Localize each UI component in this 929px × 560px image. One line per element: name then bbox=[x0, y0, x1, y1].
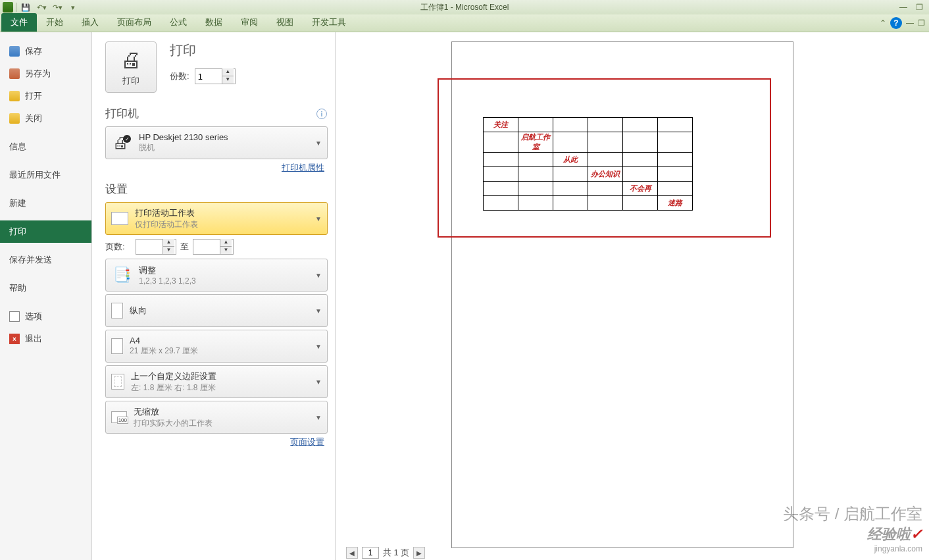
margins-dropdown[interactable]: 上一个自定义边距设置 左: 1.8 厘米 右: 1.8 厘米 ▼ bbox=[105, 365, 328, 398]
orientation-dropdown[interactable]: 纵向 ▼ bbox=[105, 294, 328, 327]
tab-data[interactable]: 数据 bbox=[196, 13, 232, 32]
print-preview: 关注 启航工作室 从此 办公知识 不会再 迷路 ◀ 共 1 页 ▶ 头条号 / … bbox=[336, 32, 929, 560]
settings-section-title: 设置 bbox=[105, 182, 327, 197]
nav-close-label: 关闭 bbox=[25, 113, 42, 124]
tab-view[interactable]: 视图 bbox=[267, 13, 303, 32]
copies-spinner[interactable]: ▲▼ bbox=[195, 68, 236, 84]
nav-savesend-label: 保存并发送 bbox=[9, 254, 52, 266]
next-page-button[interactable]: ▶ bbox=[413, 547, 425, 559]
close-icon bbox=[9, 113, 20, 124]
scale-sub: 打印实际大小的工作表 bbox=[134, 418, 309, 429]
help-icon[interactable]: ? bbox=[890, 17, 902, 29]
open-icon bbox=[9, 91, 20, 101]
prev-page-button[interactable]: ◀ bbox=[346, 547, 358, 559]
tab-developer[interactable]: 开发工具 bbox=[303, 13, 355, 32]
pages-to[interactable]: ▲▼ bbox=[193, 239, 234, 255]
watermark: 头条号 / 启航工作室 经验啦✓ jingyanla.com bbox=[783, 503, 922, 553]
copies-down[interactable]: ▼ bbox=[222, 76, 234, 84]
collate-dropdown[interactable]: 调整 1,2,3 1,2,3 1,2,3 ▼ bbox=[105, 259, 328, 292]
nav-help-label: 帮助 bbox=[9, 282, 26, 294]
cell: 办公知识 bbox=[588, 167, 623, 182]
watermark-line1: 头条号 / 启航工作室 bbox=[783, 503, 922, 524]
quick-access-toolbar: 💾 ↶▾ ↷▾ ▾ bbox=[0, 1, 80, 13]
paper-sub: 21 厘米 x 29.7 厘米 bbox=[130, 345, 309, 357]
window-controls: — ❐ bbox=[896, 2, 926, 13]
nav-new-label: 新建 bbox=[9, 197, 26, 209]
watermark-line2: 经验啦✓ bbox=[783, 524, 922, 544]
print-settings-panel: 🖨 打印 打印 份数: ▲▼ 打印机 i ✓ HP Deskjet bbox=[92, 32, 336, 560]
ribbon-minimize-icon[interactable]: ⌃ bbox=[880, 18, 886, 28]
current-page-input[interactable] bbox=[362, 547, 379, 559]
page-total: 共 1 页 bbox=[383, 547, 409, 559]
status-check-icon: ✓ bbox=[123, 135, 131, 143]
redo-icon[interactable]: ↷▾ bbox=[51, 1, 64, 13]
window-title: 工作簿1 - Microsoft Excel bbox=[420, 2, 509, 13]
tab-insert[interactable]: 插入 bbox=[72, 13, 108, 32]
options-icon bbox=[9, 311, 20, 322]
save-as-icon bbox=[9, 68, 20, 79]
chevron-down-icon: ▼ bbox=[315, 414, 322, 421]
collate-sub: 1,2,3 1,2,3 1,2,3 bbox=[139, 276, 309, 286]
scaling-dropdown[interactable]: 无缩放 打印实际大小的工作表 ▼ bbox=[105, 401, 328, 434]
nav-exit-label: 退出 bbox=[25, 333, 42, 345]
copies-input[interactable] bbox=[195, 72, 222, 82]
pages-to-label: 至 bbox=[180, 241, 189, 253]
nav-exit[interactable]: ×退出 bbox=[0, 328, 91, 350]
cell: 迷路 bbox=[658, 196, 693, 211]
workbook-minimize-icon[interactable]: — bbox=[906, 18, 914, 28]
nav-print-label: 打印 bbox=[9, 226, 26, 238]
watermark-line3: jingyanla.com bbox=[783, 544, 922, 553]
nav-save-as[interactable]: 另存为 bbox=[0, 63, 91, 85]
print-what-title: 打印活动工作表 bbox=[135, 207, 309, 219]
nav-options[interactable]: 选项 bbox=[0, 305, 91, 328]
workbook-restore-icon[interactable]: ❐ bbox=[918, 18, 925, 28]
printer-properties-link[interactable]: 打印机属性 bbox=[282, 163, 324, 172]
pages-from-input[interactable] bbox=[136, 242, 163, 252]
print-title: 打印 bbox=[170, 41, 236, 59]
nav-save-send[interactable]: 保存并发送 bbox=[0, 249, 91, 271]
paper-size-dropdown[interactable]: A4 21 厘米 x 29.7 厘米 ▼ bbox=[105, 330, 328, 363]
page-navigation: ◀ 共 1 页 ▶ bbox=[346, 547, 425, 559]
nav-save[interactable]: 保存 bbox=[0, 40, 91, 63]
print-what-sub: 仅打印活动工作表 bbox=[135, 219, 309, 230]
margins-sub: 左: 1.8 厘米 右: 1.8 厘米 bbox=[131, 382, 309, 394]
nav-help[interactable]: 帮助 bbox=[0, 277, 91, 299]
tab-home[interactable]: 开始 bbox=[37, 13, 72, 32]
tab-page-layout[interactable]: 页面布局 bbox=[108, 13, 161, 32]
print-what-dropdown[interactable]: 打印活动工作表 仅打印活动工作表 ▼ bbox=[105, 202, 328, 235]
copies-up[interactable]: ▲ bbox=[222, 68, 234, 76]
printer-dropdown[interactable]: ✓ HP Deskjet 2130 series 脱机 ▼ bbox=[105, 126, 328, 159]
nav-options-label: 选项 bbox=[25, 311, 42, 322]
backstage-nav: 保存 另存为 打开 关闭 信息 最近所用文件 新建 打印 保存并发送 帮助 选项… bbox=[0, 32, 92, 560]
save-icon[interactable]: 💾 bbox=[19, 1, 32, 13]
minimize-button[interactable]: — bbox=[896, 2, 911, 13]
nav-close[interactable]: 关闭 bbox=[0, 107, 91, 130]
nav-recent[interactable]: 最近所用文件 bbox=[0, 164, 91, 186]
scale-title: 无缩放 bbox=[134, 406, 309, 418]
chevron-down-icon: ▼ bbox=[315, 378, 322, 386]
tab-file[interactable]: 文件 bbox=[1, 13, 37, 32]
paper-title: A4 bbox=[130, 336, 309, 345]
pages-to-input[interactable] bbox=[193, 242, 220, 252]
tab-review[interactable]: 审阅 bbox=[232, 13, 267, 32]
undo-icon[interactable]: ↶▾ bbox=[35, 1, 48, 13]
pages-from[interactable]: ▲▼ bbox=[136, 239, 176, 255]
nav-recent-label: 最近所用文件 bbox=[9, 169, 61, 181]
page-setup-link[interactable]: 页面设置 bbox=[290, 437, 324, 447]
printer-icon: 🖨 bbox=[120, 48, 141, 72]
nav-print[interactable]: 打印 bbox=[0, 220, 91, 243]
restore-button[interactable]: ❐ bbox=[912, 2, 926, 13]
excel-icon[interactable] bbox=[3, 2, 13, 13]
tab-formulas[interactable]: 公式 bbox=[161, 13, 196, 32]
margins-icon bbox=[111, 374, 124, 390]
qat-customize-icon[interactable]: ▾ bbox=[66, 1, 80, 13]
collate-icon bbox=[111, 265, 132, 286]
print-button[interactable]: 🖨 打印 bbox=[105, 41, 157, 93]
nav-new[interactable]: 新建 bbox=[0, 192, 91, 215]
info-icon[interactable]: i bbox=[316, 109, 327, 119]
chevron-down-icon: ▼ bbox=[315, 140, 322, 147]
nav-open[interactable]: 打开 bbox=[0, 85, 91, 107]
nav-info[interactable]: 信息 bbox=[0, 136, 91, 158]
preview-table: 关注 启航工作室 从此 办公知识 不会再 迷路 bbox=[483, 117, 693, 211]
orientation-icon bbox=[111, 303, 123, 318]
